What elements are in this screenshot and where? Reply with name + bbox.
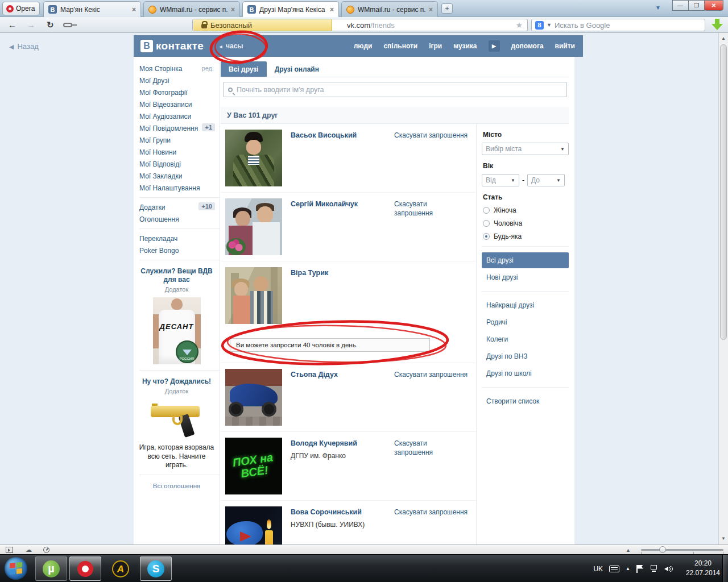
- scroll-up-icon[interactable]: ▲: [719, 34, 728, 43]
- opera-turbo-icon[interactable]: [43, 547, 49, 553]
- menu-people[interactable]: люди: [354, 42, 373, 50]
- friend-photo[interactable]: [225, 267, 282, 324]
- back-icon[interactable]: ←: [8, 20, 16, 30]
- list-best-friends[interactable]: Найкращі друзі: [482, 297, 569, 313]
- list-all-friends[interactable]: Всі друзі: [482, 252, 569, 268]
- menu-music[interactable]: музика: [453, 42, 477, 50]
- gender-option-any[interactable]: Будь-яка: [483, 232, 569, 240]
- tab-close-icon[interactable]: ×: [330, 6, 334, 14]
- taskbar-clock[interactable]: 20:20 22.07.2014: [686, 559, 720, 579]
- friend-search-input[interactable]: [237, 86, 562, 94]
- ad-image-golden-gun[interactable]: [150, 399, 204, 440]
- search-engine-dropdown-icon[interactable]: ▼: [547, 22, 552, 28]
- gender-option-male[interactable]: Чоловіча: [483, 219, 569, 227]
- cancel-invite-link[interactable]: Скасувати запрошення: [394, 131, 474, 140]
- browser-tab-4[interactable]: WMmail.ru - сервис п... ×: [341, 1, 438, 17]
- sidebar-item-my-groups[interactable]: Мої Групи: [134, 134, 220, 146]
- zoom-popup-icon[interactable]: ▲: [626, 547, 631, 553]
- create-list-link[interactable]: Створити список: [482, 393, 569, 409]
- cancel-invite-link[interactable]: Скасувати запрошення: [394, 370, 474, 379]
- menu-help[interactable]: допомога: [511, 42, 544, 50]
- age-from-select[interactable]: Від▼: [482, 174, 519, 186]
- ad-title[interactable]: Ну что? Дождались!: [138, 377, 215, 386]
- radio-icon[interactable]: [483, 207, 490, 214]
- sidebar-item-my-bookmarks[interactable]: Мої Закладки: [134, 170, 220, 182]
- page-back-link[interactable]: ◀Назад: [9, 42, 39, 51]
- ad-vdv[interactable]: Служили? Вещи ВДВ для вас Додаток ДЕСАНТ…: [134, 264, 220, 367]
- sidebar-item-poker-bongo[interactable]: Poker Bongo: [134, 244, 220, 256]
- scrollbar-thumb[interactable]: [720, 44, 727, 340]
- browser-tab-1[interactable]: В Мар'ян Кекіс ×: [43, 1, 141, 17]
- sidebar-item-my-page[interactable]: Моя Сторінкаред.: [134, 63, 220, 74]
- url-field[interactable]: Безопасный vk.com/friends ★: [192, 19, 528, 31]
- browser-tab-3-active[interactable]: В Друзі Мар'яна Кекіса |... ×: [242, 1, 339, 17]
- new-tab-button[interactable]: +: [441, 3, 453, 14]
- browser-search-input[interactable]: [555, 21, 701, 30]
- list-relatives[interactable]: Родичі: [482, 314, 569, 330]
- window-minimize-button[interactable]: —: [672, 0, 689, 11]
- sidebar-item-my-videos[interactable]: Мої Відеозаписи: [134, 98, 220, 110]
- friend-photo[interactable]: [225, 506, 282, 544]
- gender-option-female[interactable]: Жіноча: [483, 206, 569, 214]
- security-badge[interactable]: Безопасный: [193, 19, 332, 31]
- menu-more-arrow-icon[interactable]: ▶: [489, 40, 500, 52]
- vk-logo[interactable]: В контакте: [140, 40, 204, 52]
- browser-search-field[interactable]: 8 ▼: [531, 19, 705, 31]
- friend-photo[interactable]: [225, 198, 282, 255]
- taskbar-utorrent-button[interactable]: µ: [35, 556, 67, 581]
- sidebar-item-my-news[interactable]: Мої Новини: [134, 146, 220, 158]
- opera-menu-button[interactable]: Opera: [2, 2, 40, 15]
- friend-name-link[interactable]: Стьопа Дідух: [291, 369, 338, 379]
- zoom-slider[interactable]: [641, 549, 723, 551]
- tab-close-icon[interactable]: ×: [132, 6, 136, 14]
- friend-search-box[interactable]: [223, 82, 567, 97]
- language-indicator[interactable]: UK: [593, 565, 603, 573]
- forward-icon[interactable]: →: [27, 20, 35, 30]
- friend-name-link[interactable]: Васьок Висоцький: [291, 130, 357, 139]
- downloads-arrow-icon[interactable]: [712, 19, 723, 31]
- sidebar-item-my-replies[interactable]: Мої Відповіді: [134, 158, 220, 170]
- panels-toggle-icon[interactable]: [6, 547, 13, 553]
- sidebar-item-my-audio[interactable]: Мої Аудіозаписи: [134, 110, 220, 122]
- sidebar-item-translator[interactable]: Перекладач: [134, 232, 220, 244]
- action-center-flag-icon[interactable]: [636, 565, 643, 573]
- reload-icon[interactable]: ↻: [47, 20, 54, 30]
- friend-photo[interactable]: ПОХ на ВСЁ!: [225, 438, 282, 494]
- age-to-select[interactable]: До▼: [527, 174, 565, 186]
- network-icon[interactable]: [650, 565, 658, 572]
- bookmark-star-icon[interactable]: ★: [515, 20, 523, 30]
- list-university-friends[interactable]: Друзі по ВНЗ: [482, 348, 569, 364]
- window-restore-button[interactable]: ❐: [688, 0, 705, 11]
- sidebar-item-my-settings[interactable]: Мої Налаштування: [134, 182, 220, 194]
- key-icon[interactable]: [63, 23, 72, 27]
- list-colleagues[interactable]: Колеги: [482, 331, 569, 347]
- sidebar-item-my-messages[interactable]: Мої Повідомлення+1: [134, 122, 220, 134]
- menu-communities[interactable]: спільноти: [383, 42, 417, 50]
- zoom-slider-handle[interactable]: [659, 546, 666, 553]
- vertical-scrollbar[interactable]: ▲ ▼: [718, 33, 728, 544]
- menu-games[interactable]: ігри: [429, 42, 442, 50]
- friend-name-link[interactable]: Вова Сорочинський: [291, 506, 362, 516]
- keyboard-icon[interactable]: [609, 566, 619, 572]
- friend-name-link[interactable]: Віра Турик: [291, 267, 328, 277]
- window-close-button[interactable]: ✕: [704, 0, 723, 11]
- radio-selected-icon[interactable]: [483, 233, 490, 240]
- sidebar-item-apps[interactable]: Додатки+10: [134, 201, 220, 213]
- list-new-friends[interactable]: Нові друзі: [482, 269, 569, 285]
- friend-name-link[interactable]: Володя Кучерявий: [291, 438, 357, 447]
- cancel-invite-link[interactable]: Скасувати запрошення: [394, 508, 474, 517]
- friend-photo[interactable]: [225, 130, 282, 186]
- tab-close-icon[interactable]: ×: [429, 6, 433, 14]
- cancel-invite-link[interactable]: Скасувати запрошення: [394, 199, 446, 218]
- volume-icon[interactable]: [664, 565, 673, 572]
- taskbar-skype-button[interactable]: S: [140, 556, 172, 581]
- taskbar-aimp-button[interactable]: A: [105, 556, 136, 581]
- taskbar-opera-button[interactable]: [69, 556, 101, 581]
- sidebar-item-my-photos[interactable]: Мої Фотографії: [134, 86, 220, 98]
- ad-title[interactable]: Служили? Вещи ВДВ для вас: [138, 267, 215, 284]
- browser-tab-2[interactable]: WMmail.ru - сервис п... ×: [143, 1, 240, 17]
- header-watch-link[interactable]: ◂ часы: [220, 42, 243, 50]
- tab-all-friends[interactable]: Всі друзі: [221, 61, 267, 77]
- radio-icon[interactable]: [483, 220, 490, 227]
- list-school-friends[interactable]: Друзі по школі: [482, 365, 569, 381]
